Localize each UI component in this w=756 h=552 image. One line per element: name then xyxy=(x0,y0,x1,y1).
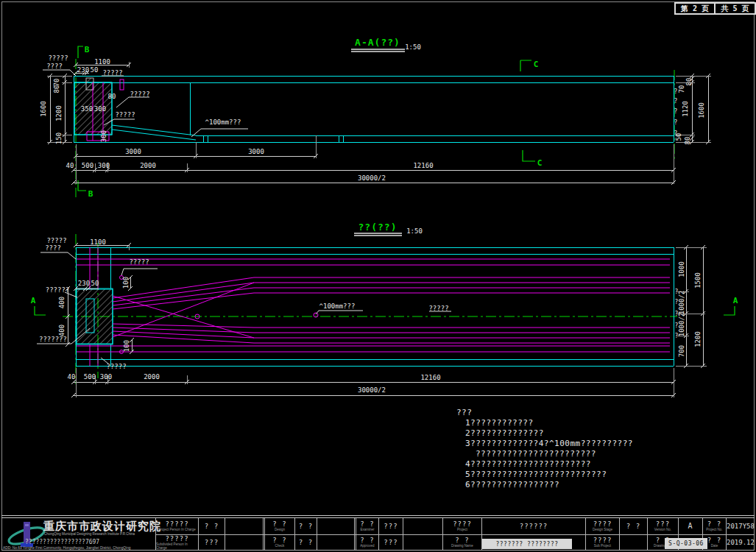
sub-project-cell: ???? Sub Project xyxy=(585,534,619,551)
elev-dim-500: 500 xyxy=(82,163,93,169)
drawing-no-highlight: S-Q-03-06 xyxy=(665,538,707,549)
cell-value: ??? xyxy=(384,539,398,546)
elev-right-annotation: ? xyxy=(674,120,678,126)
elev-dim-300-vert: 300 xyxy=(101,130,107,142)
elev-dim-230: 230 xyxy=(77,67,89,74)
cell-label: ? ? xyxy=(272,521,286,528)
plan-corner-label-1: ????? xyxy=(46,238,66,244)
cell-value: 2019.12 xyxy=(727,539,755,546)
section-marker-a-left: A xyxy=(31,297,36,305)
signature-cell xyxy=(317,518,354,534)
cell-sublabel: Drawing Name xyxy=(451,545,473,548)
cell-label: ????? xyxy=(165,536,188,542)
cell-sublabel: Examiner xyxy=(360,528,374,532)
signature-cell xyxy=(317,534,354,551)
drawing-no-value: S-Q-03-06 xyxy=(668,540,704,547)
approved-cell: ? ? Approved xyxy=(354,534,378,551)
cell-label: ???? xyxy=(453,521,472,528)
design-stage-cell: ???? Design Stage xyxy=(585,518,619,534)
cell-value: ? ? xyxy=(299,539,313,546)
elev-dim-left-150: 150 xyxy=(56,132,63,144)
plan-dim-100-bottom: 100 xyxy=(124,340,130,352)
elev-dim-3000-a: 3000 xyxy=(125,149,141,155)
elevation-scale: 1:50 xyxy=(405,44,421,51)
title-block: 重庆市市政设计研究院 ChongQing Municipal Designing… xyxy=(1,515,755,551)
elev-dim-1100: 1100 xyxy=(94,59,110,66)
plan-dim-500-b: 1000/2 xyxy=(679,313,685,337)
note-line: 3?????????????4?^100mm?????????? xyxy=(465,439,633,447)
elev-dim-left-1600: 1600 xyxy=(40,101,47,117)
cell-label: ???? xyxy=(593,537,612,544)
note-line: 2?????????????? xyxy=(465,429,544,437)
sub-project-value-cell xyxy=(619,534,647,551)
project-charge-cell: ????? Project Person In Charge xyxy=(155,518,198,534)
elev-dim-40: 40 xyxy=(66,163,74,169)
note-line: 6????????????????? xyxy=(465,481,559,489)
section-marker-c-bottom: C xyxy=(537,159,543,167)
drawing-name-value: ??????? ???????? xyxy=(495,541,558,548)
elev-drain-label: ^100mm??? xyxy=(205,119,241,126)
elevation-title: A-A(??) xyxy=(355,38,400,47)
plan-dim-100-top: 100 xyxy=(123,277,130,289)
cell-sublabel: Check xyxy=(275,545,285,548)
approved-name-cell: ??? xyxy=(378,534,403,551)
plan-dim-500-a: 1000/2 xyxy=(679,291,685,315)
cell-label: ? ? xyxy=(272,537,286,544)
elev-leader-label-lower: ????? xyxy=(115,112,135,118)
elev-right-annotation: ? xyxy=(674,109,678,115)
elev-corner-label-1: ????? xyxy=(48,55,68,62)
cell-sublabel: Approved xyxy=(360,545,374,548)
note-line: ??????????????????????? xyxy=(476,450,596,458)
page-number-box: 第 2 页 xyxy=(674,2,716,15)
cell-value: ?????? xyxy=(520,523,548,530)
plan-dim-1000: 1000 xyxy=(679,261,685,277)
cell-sublabel: Project No. xyxy=(706,528,722,532)
elev-right-annotation: ? xyxy=(674,131,678,137)
cell-label: ? ? xyxy=(455,537,469,544)
elev-right-annotation: ? xyxy=(674,89,678,95)
plan-dim-50: 50 xyxy=(91,280,99,287)
date-value-cell: 2019.12 xyxy=(726,534,755,551)
project-name-cell: ?????? xyxy=(481,518,585,534)
signature-cell xyxy=(225,518,263,534)
elev-dim-350: 350 xyxy=(81,106,93,113)
plan-dim-40: 40 xyxy=(68,374,76,381)
elev-dim-300: 300 xyxy=(94,106,106,113)
plan-drain-label: ^100mm??? xyxy=(319,303,356,310)
cell-value: ? ? xyxy=(205,523,219,530)
note-line: 5?????????????????????????? xyxy=(465,470,607,478)
drawing-name-highlight: ??????? ???????? xyxy=(482,539,572,549)
page-total: 共 5 页 xyxy=(721,4,749,14)
examiner-name-cell: ??? xyxy=(378,518,403,534)
cell-value: ? ? xyxy=(299,523,313,530)
plan-label-bottom: ????? xyxy=(106,364,126,370)
elev-dim-50: 50 xyxy=(91,67,99,74)
page-number: 第 2 页 xyxy=(681,4,709,14)
elev-right-annotation: ? xyxy=(674,99,678,105)
project-charge-name-cell: ? ? xyxy=(198,518,225,534)
design-cell: ? ? Design xyxy=(263,518,294,534)
sheet-frame xyxy=(2,2,755,551)
section-marker-c-top: C xyxy=(534,60,539,68)
plan-dim-400-a: 400 xyxy=(59,297,66,308)
section-marker-b-bottom: B xyxy=(88,190,93,198)
cell-label: ???? xyxy=(593,521,612,528)
check-name-cell: ? ? xyxy=(294,534,317,551)
examiner-cell: ? ? Examiner xyxy=(354,518,378,534)
elev-dim-12160: 12160 xyxy=(413,163,433,169)
plan-dim-12160: 12160 xyxy=(420,375,440,381)
cell-value: A xyxy=(688,523,693,530)
plan-dim-500: 500 xyxy=(84,374,96,381)
plan-dim-1100: 1100 xyxy=(90,239,106,246)
institute-name-en: ChongQing Municipal Designing Research I… xyxy=(44,532,135,536)
note-line: 4??????????????????????? xyxy=(465,460,591,468)
cell-sublabel: Sub Project xyxy=(594,545,611,548)
elev-label-after-50: ????? xyxy=(102,70,122,77)
elev-dim-left-1200: 1200 xyxy=(56,105,63,121)
plan-label-center-right: ????? xyxy=(428,305,448,312)
project-label-cell: ???? Project xyxy=(442,518,481,534)
cell-label: ??? xyxy=(656,521,670,528)
project-no-value-cell: 2017Y58 xyxy=(726,518,755,534)
elev-dim-right-1120: 1120 xyxy=(682,101,689,117)
section-marker-a-right: A xyxy=(733,297,738,305)
